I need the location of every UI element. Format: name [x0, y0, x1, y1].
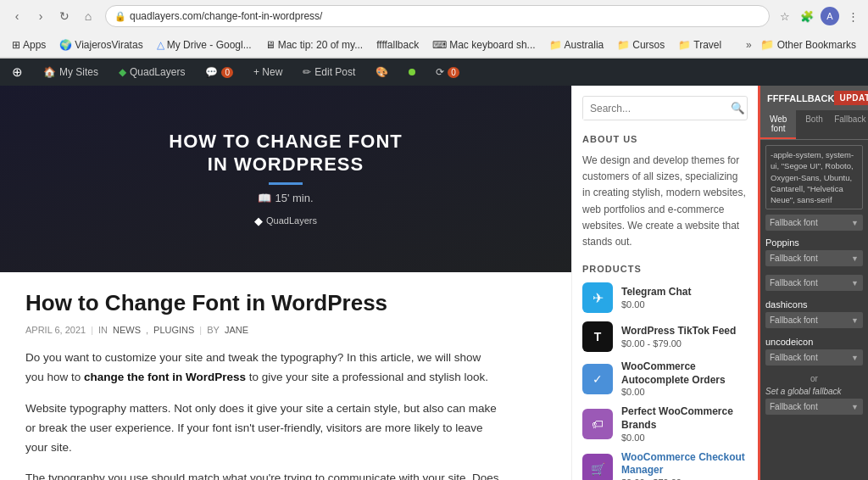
- uncodeicon-arrow-icon: ▼: [851, 354, 859, 362]
- viajeros-label: ViajerosViratas: [75, 39, 142, 51]
- mac-tip-label: Mac tip: 20 of my...: [278, 39, 363, 51]
- meta-by: BY: [207, 325, 220, 335]
- article-paragraph-3: The typography you use should match what…: [25, 469, 500, 480]
- bookmark-cursos[interactable]: 📁 Cursos: [612, 37, 670, 53]
- telegram-name[interactable]: Telegram Chat: [621, 286, 748, 299]
- font-panel-body: -apple-system, system-ui, "Segoe UI", Ro…: [760, 140, 868, 480]
- bookmark-mac-tip[interactable]: 🖥 Mac tip: 20 of my...: [260, 37, 368, 53]
- my-sites-item[interactable]: 🏠 My Sites: [38, 59, 103, 86]
- tiktok-name[interactable]: WordPress TikTok Feed: [621, 325, 748, 338]
- edit-icon: ✏: [303, 66, 311, 78]
- cursos-folder-icon: 📁: [617, 39, 630, 51]
- sites-icon: 🏠: [43, 66, 56, 78]
- bookmark-viajeros[interactable]: 🌍 ViajerosViratas: [54, 37, 147, 53]
- profile-icon[interactable]: A: [821, 7, 839, 25]
- status-item[interactable]: [403, 59, 420, 86]
- extensions-icon[interactable]: 🧩: [798, 8, 815, 25]
- sf-pro-fallback-select[interactable]: Fallback font ▼: [765, 275, 863, 291]
- article-paragraph-1: Do you want to customize your site and t…: [25, 349, 500, 388]
- bookmark-travel[interactable]: 📁 Travel: [673, 37, 726, 53]
- wp-icon: ⊕: [12, 64, 23, 80]
- product-woo-checkout: 🛒 WooCommerce Checkout Manager $0.00 - $…: [582, 451, 748, 481]
- poppins-fallback-select[interactable]: Fallback font ▼: [765, 250, 863, 266]
- tab-fallback[interactable]: Fallback: [832, 110, 868, 139]
- hero-underline: [269, 182, 303, 185]
- bookmark-ffffallback[interactable]: ffffallback: [371, 37, 424, 53]
- sidebar: 🔍 ABOUT US We design and develop themes …: [571, 86, 758, 480]
- edit-post-item[interactable]: ✏ Edit Post: [298, 59, 360, 86]
- products-title: PRODUCTS: [582, 264, 748, 274]
- woo-auto-price: $0.00: [621, 387, 748, 397]
- travel-label: Travel: [693, 39, 721, 51]
- about-text: We design and develop themes for custome…: [582, 153, 748, 250]
- meta-author[interactable]: JANE: [225, 325, 248, 335]
- comments-item[interactable]: 💬 0: [200, 59, 238, 86]
- font-entry-dashicons: dashicons Fallback font ▼: [765, 299, 863, 328]
- new-label: + New: [253, 66, 282, 78]
- browser-chrome: ‹ › ↻ ⌂ 🔒 quadlayers.com/change-font-in-…: [0, 0, 868, 59]
- tiktok-price: $0.00 - $79.00: [621, 338, 748, 349]
- other-bookmarks[interactable]: 📁 Other Bookmarks: [755, 36, 861, 53]
- australia-label: Australia: [565, 39, 604, 51]
- back-button[interactable]: ‹: [7, 6, 27, 26]
- search-input[interactable]: [583, 98, 724, 120]
- star-icon[interactable]: ☆: [776, 8, 793, 25]
- bookmark-apps[interactable]: ⊞ Apps: [7, 37, 51, 53]
- customize-icon: 🎨: [376, 66, 388, 78]
- browser-toolbar: ‹ › ↻ ⌂ 🔒 quadlayers.com/change-font-in-…: [0, 0, 868, 32]
- woo-brands-info: Perfect WooCommerce Brands $0.00: [621, 405, 748, 442]
- drive-icon: △: [157, 39, 164, 51]
- tab-both[interactable]: Both: [796, 110, 832, 139]
- products-list: ✈ Telegram Chat $0.00 T WordPress TikTok…: [582, 282, 748, 480]
- meta-news[interactable]: NEWS: [113, 325, 141, 335]
- uncodeicon-fallback-select[interactable]: Fallback font ▼: [765, 349, 863, 366]
- quadlayers-item[interactable]: ◆ QuadLayers: [114, 59, 190, 86]
- telegram-price: $0.00: [621, 299, 748, 310]
- other-bookmarks-label: Other Bookmarks: [777, 39, 856, 51]
- bookmark-mac-keyboard[interactable]: ⌨ Mac keyboard sh...: [427, 37, 540, 53]
- customize-item[interactable]: 🎨: [370, 59, 393, 86]
- global-fallback-select[interactable]: Fallback font ▼: [765, 399, 863, 415]
- search-button[interactable]: 🔍: [724, 97, 752, 120]
- lock-icon: 🔒: [114, 11, 126, 22]
- home-button[interactable]: ⌂: [78, 6, 98, 26]
- product-woo-auto: ✓ WooCommerce Autocomplete Orders $0.00: [582, 360, 748, 397]
- address-bar[interactable]: 🔒 quadlayers.com/change-font-in-wordpres…: [105, 5, 770, 27]
- about-section: ABOUT US We design and develop themes fo…: [582, 134, 748, 250]
- reload-button[interactable]: ↻: [54, 6, 75, 26]
- tiktok-info: WordPress TikTok Feed $0.00 - $79.00: [621, 325, 748, 349]
- bookmarks-overflow[interactable]: »: [746, 39, 752, 51]
- woo-auto-name[interactable]: WooCommerce Autocomplete Orders: [621, 360, 748, 387]
- fallback-select-main[interactable]: Fallback font ▼: [765, 215, 863, 231]
- forward-button[interactable]: ›: [31, 6, 51, 26]
- woo-auto-info: WooCommerce Autocomplete Orders $0.00: [621, 360, 748, 397]
- meta-plugins[interactable]: PLUGINS: [153, 325, 194, 335]
- update-button[interactable]: UPDATE: [834, 91, 868, 105]
- dashicons-fallback-select[interactable]: Fallback font ▼: [765, 312, 863, 328]
- updates-item[interactable]: ⟳ 0: [431, 59, 465, 86]
- poppins-arrow-icon: ▼: [851, 254, 859, 263]
- bookmark-australia[interactable]: 📁 Australia: [544, 37, 609, 53]
- meta-comma: ,: [146, 325, 148, 335]
- font-fallback-panel: FFFFALLBACK UPDATE Web font Both Fallbac…: [758, 86, 868, 480]
- new-item[interactable]: + New: [248, 59, 287, 86]
- bookmark-drive[interactable]: △ My Drive - Googl...: [152, 37, 257, 53]
- menu-icon[interactable]: ⋮: [844, 8, 861, 25]
- apps-label: Apps: [23, 39, 46, 51]
- wp-logo[interactable]: ⊕: [7, 59, 28, 86]
- article-title: How to Change Font in WordPress: [25, 289, 500, 318]
- woo-brands-name[interactable]: Perfect WooCommerce Brands: [621, 405, 748, 432]
- font-entry-uncodeicon: uncodeicon Fallback font ▼: [765, 337, 863, 366]
- woo-checkout-name[interactable]: WooCommerce Checkout Manager: [621, 451, 748, 477]
- select-arrow-icon: ▼: [851, 219, 859, 227]
- hero-logo: ◆ QuadLayers: [169, 215, 402, 227]
- article-meta: APRIL 6, 2021 | IN NEWS , PLUGINS | BY J…: [25, 325, 500, 335]
- apps-grid-icon: ⊞: [12, 39, 20, 51]
- article-area: HOW TO CHANGE FONT IN WORDPRESS 📖 15' mi…: [0, 86, 571, 480]
- woo-checkout-info: WooCommerce Checkout Manager $0.00 - $79…: [621, 451, 748, 481]
- diamond-icon: ◆: [254, 215, 263, 227]
- product-telegram: ✈ Telegram Chat $0.00: [582, 282, 748, 313]
- travel-folder-icon: 📁: [678, 39, 691, 51]
- dashicons-arrow-icon: ▼: [851, 316, 859, 325]
- tab-web-font[interactable]: Web font: [760, 110, 796, 139]
